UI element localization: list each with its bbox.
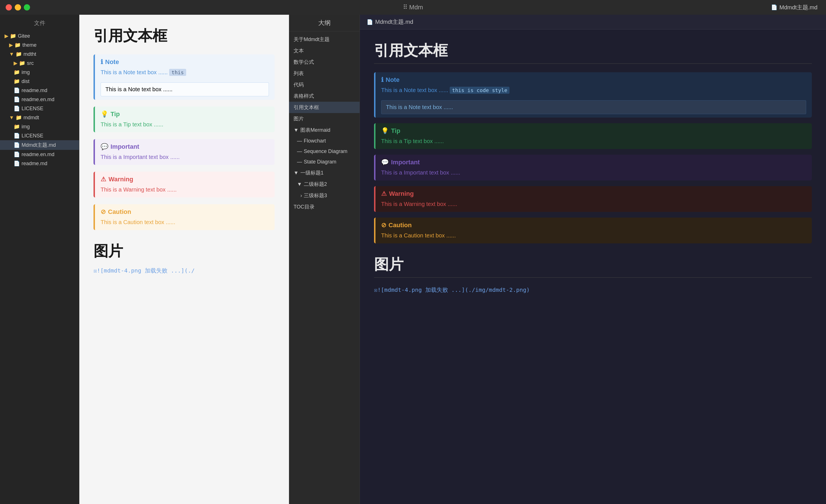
- dash-icon: —: [297, 148, 302, 154]
- middle-panel: 引用文本框 ℹ Note This is a Note text box ...…: [79, 15, 289, 504]
- outline-item-h1[interactable]: ▼ 一级标题1: [289, 167, 360, 179]
- caution-body-light: This is a Caution text box ......: [95, 218, 275, 230]
- sidebar-item-mdmdt[interactable]: ▼ 📁 mdmdt: [0, 113, 79, 122]
- right-content[interactable]: 引用文本框 ℹ Note This is a Note text box ...…: [360, 29, 826, 504]
- file-icon: 📄: [14, 161, 20, 167]
- outline-item-code[interactable]: 代码: [289, 79, 360, 90]
- warning-icon-dark: ⚠: [381, 190, 387, 197]
- sidebar-item-img1[interactable]: 📁 img: [0, 68, 79, 77]
- middle-content[interactable]: 引用文本框 ℹ Note This is a Note text box ...…: [79, 15, 289, 504]
- sidebar: 文件 ▶ 📁 Gitee ▶ 📁 theme ▼ 📁 mdtht ▶ 📁 src…: [0, 15, 79, 504]
- important-box-dark: 💬 Important This is a Important text box…: [374, 155, 812, 181]
- section-divider: [374, 63, 812, 64]
- tip-box-light: 💡 Tip This is a Tip text box ......: [94, 107, 275, 132]
- info-icon: ℹ: [101, 58, 103, 66]
- folder-icon: 📁: [14, 78, 20, 84]
- dash-icon: —: [297, 159, 302, 165]
- note-box-light: ℹ Note This is a Note text box ...... th…: [94, 54, 275, 100]
- outline-item-state[interactable]: — State Diagram: [289, 157, 360, 167]
- sidebar-item-license1[interactable]: 📄 LICENSE: [0, 104, 79, 113]
- sidebar-item-theme[interactable]: ▶ 📁 theme: [0, 41, 79, 50]
- right-img-title: 图片: [374, 255, 812, 274]
- caution-body-dark: This is a Caution text box ......: [375, 231, 812, 243]
- outline-item-h2[interactable]: ▼ 二级标题2: [289, 179, 360, 190]
- title-icon: ⠿: [403, 4, 408, 11]
- arrow-icon: ›: [300, 193, 302, 199]
- outline-item-table[interactable]: 表格样式: [289, 90, 360, 102]
- expand-icon: ▼: [294, 127, 299, 133]
- sidebar-item-license2[interactable]: 📄 LICENSE: [0, 131, 79, 140]
- sidebar-title: 文件: [0, 19, 79, 27]
- important-header-dark: 💬 Important: [375, 155, 812, 168]
- outline-item-img[interactable]: 图片: [289, 113, 360, 124]
- folder-icon: ▶ 📁: [14, 60, 25, 66]
- sidebar-item-gitee[interactable]: ▶ 📁 Gitee: [0, 32, 79, 41]
- tip-body-dark: This is a Tip text box ......: [375, 137, 812, 149]
- note-inner-box-light: This is a Note text box ......: [101, 82, 269, 96]
- tip-body-light: This is a Tip text box ......: [95, 120, 275, 132]
- sidebar-item-src[interactable]: ▶ 📁 src: [0, 59, 79, 68]
- important-body-light: This is a Important text box ......: [95, 153, 275, 165]
- file-icon: 📄: [14, 151, 20, 158]
- outline-item-text[interactable]: 文本: [289, 45, 360, 56]
- expand-icon: ▼: [294, 170, 299, 176]
- outline-item-sequence[interactable]: — Sequence Diagram: [289, 146, 360, 157]
- file-icon: 📄: [14, 142, 20, 148]
- sidebar-item-readme-md[interactable]: 📄 readme.md: [0, 86, 79, 95]
- caution-icon: ⊘: [101, 208, 106, 215]
- note-box-dark: ℹ Note This is a Note text box ...... th…: [374, 72, 812, 118]
- middle-img-text: ☒![mdmdt-4.png 加载失败 ...](./: [94, 267, 275, 274]
- important-header-light: 💬 Important: [95, 139, 275, 153]
- sidebar-item-mdtht[interactable]: ▼ 📁 mdtht: [0, 50, 79, 59]
- sidebar-item-readme-md2[interactable]: 📄 readme.md: [0, 159, 79, 168]
- code-span: this: [169, 69, 186, 76]
- right-panel: 📄 Mdmdt主题.md 引用文本框 ℹ Note This is a Note…: [360, 15, 826, 504]
- note-header-dark: ℹ Note: [375, 72, 812, 86]
- close-button[interactable]: [6, 4, 12, 10]
- caution-box-dark: ⊘ Caution This is a Caution text box ...…: [374, 217, 812, 243]
- folder-icon: ▶ 📁: [9, 42, 21, 48]
- maximize-button[interactable]: [24, 4, 30, 10]
- outline-item-toc[interactable]: TOC目录: [289, 201, 360, 212]
- caution-header-light: ⊘ Caution: [95, 204, 275, 218]
- main-layout: 文件 ▶ 📁 Gitee ▶ 📁 theme ▼ 📁 mdtht ▶ 📁 src…: [0, 15, 826, 504]
- tip-icon-dark: 💡: [381, 127, 389, 135]
- outline-item-mermaid[interactable]: ▼ 图表Mermaid: [289, 124, 360, 136]
- outline-item-about[interactable]: 关于Mdmdt主题: [289, 34, 360, 45]
- caution-header-dark: ⊘ Caution: [375, 217, 812, 231]
- important-icon-dark: 💬: [381, 159, 389, 166]
- folder-icon: ▼ 📁: [9, 115, 22, 121]
- note-header-light: ℹ Note: [95, 54, 275, 68]
- outline-item-h3[interactable]: › 三级标题3: [289, 190, 360, 201]
- outline-title: 大纲: [289, 15, 360, 32]
- file-icon: 📄: [14, 96, 20, 103]
- note-body-dark: This is a Note text box ...... this is c…: [375, 86, 812, 98]
- right-img-text: ☒![mdmdt-4.png 加载失败 ...](./img/mdmdt-2.p…: [374, 286, 812, 294]
- sidebar-item-mdmdt-theme[interactable]: 📄 Mdmdt主题.md: [0, 140, 79, 150]
- outline-item-flowchart[interactable]: — Flowchart: [289, 136, 360, 146]
- note-body-light: This is a Note text box ...... this: [95, 68, 275, 80]
- tip-header-dark: 💡 Tip: [375, 123, 812, 137]
- middle-section-title: 引用文本框: [94, 26, 275, 46]
- window-title: ⠿ Mdm: [403, 4, 423, 11]
- file-icon: 📄: [771, 4, 777, 10]
- file-icon-right: 📄: [367, 19, 373, 25]
- file-icon: 📄: [14, 87, 20, 93]
- sidebar-item-readme-en2[interactable]: 📄 readme.en.md: [0, 150, 79, 159]
- sidebar-item-img2[interactable]: 📁 img: [0, 122, 79, 131]
- outline-item-quote[interactable]: 引用文本框: [289, 102, 360, 113]
- warning-header-dark: ⚠ Warning: [375, 186, 812, 200]
- minimize-button[interactable]: [15, 4, 21, 10]
- tip-icon: 💡: [101, 111, 108, 118]
- sidebar-item-dist[interactable]: 📁 dist: [0, 77, 79, 86]
- code-span-dark: this is code style: [450, 87, 510, 94]
- dash-icon: —: [297, 138, 302, 144]
- caution-icon-dark: ⊘: [381, 222, 386, 229]
- outline-item-list[interactable]: 列表: [289, 68, 360, 79]
- right-titlebar-bar: 📄 Mdmdt主题.md: [360, 15, 826, 29]
- important-body-dark: This is a Important text box ......: [375, 168, 812, 181]
- outline-item-math[interactable]: 数学公式: [289, 56, 360, 68]
- important-box-light: 💬 Important This is a Important text box…: [94, 139, 275, 165]
- warning-box-dark: ⚠ Warning This is a Warning text box ...…: [374, 186, 812, 212]
- sidebar-item-readme-en[interactable]: 📄 readme.en.md: [0, 95, 79, 104]
